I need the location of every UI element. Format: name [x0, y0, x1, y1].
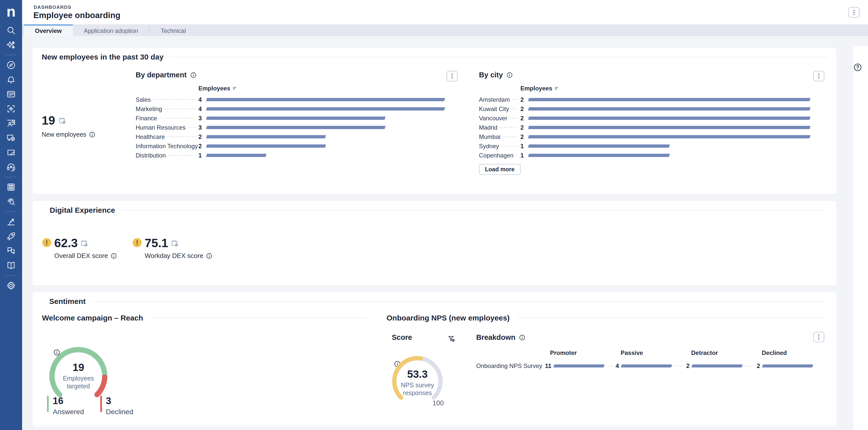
book-icon[interactable]	[5, 260, 17, 271]
dotted-leader	[510, 118, 518, 119]
legend-value: 16	[53, 396, 84, 406]
dashboard-menu-button[interactable]	[848, 7, 860, 18]
category-label: Marketing	[135, 105, 162, 113]
onboarding-nps-title: Onboarding NPS (new employees)	[386, 314, 509, 322]
robot-arm-icon[interactable]	[5, 216, 17, 227]
breakdown-column-header: Detractor	[686, 349, 757, 357]
dotted-leader	[516, 155, 518, 156]
question-circle-icon[interactable]	[854, 63, 862, 71]
dotted-leader	[604, 366, 613, 366]
rocket-icon[interactable]	[5, 231, 17, 242]
warning-badge-icon: !	[42, 238, 51, 247]
chart-row: Marketing4	[135, 104, 458, 114]
bar-value: 3	[198, 115, 207, 122]
bar-track	[529, 135, 810, 139]
tab-overview[interactable]: Overview	[24, 24, 73, 36]
info-icon[interactable]	[190, 72, 197, 79]
sidebar-divider	[5, 177, 17, 177]
chart-row: Sales4	[135, 95, 458, 104]
section-digital-experience: Digital Experience ! 62.3 Overall DEX sc…	[33, 201, 836, 285]
presenter-icon[interactable]	[5, 118, 17, 129]
tab-technical[interactable]: Technical	[150, 24, 197, 36]
sparkles-icon[interactable]	[5, 39, 17, 51]
reach-legend: 16 Answered 3 Declined	[47, 396, 133, 416]
scan-sparkle-icon[interactable]	[5, 103, 17, 115]
category-label: Kuwait City	[479, 105, 509, 113]
legend-answered: 16 Answered	[47, 396, 84, 416]
bar-value: 2	[198, 133, 207, 141]
dotted-leader	[168, 155, 196, 156]
bar	[528, 117, 810, 120]
card-pen-icon[interactable]	[5, 147, 17, 158]
bar	[528, 154, 670, 157]
bar	[206, 107, 445, 111]
breadcrumb[interactable]: DASHBOARDS	[34, 4, 71, 10]
breakdown-column-header: Passive	[616, 349, 686, 357]
bell-icon[interactable]	[5, 74, 17, 85]
bar-track	[529, 126, 810, 129]
load-more-button[interactable]: Load more	[479, 164, 521, 175]
dashboard-icon[interactable]	[5, 88, 17, 100]
sidebar: n	[0, 0, 22, 430]
bar-track	[207, 98, 445, 101]
chart-row: Madrid2	[479, 123, 824, 132]
warning-badge-icon: !	[133, 238, 142, 247]
info-icon[interactable]	[506, 72, 513, 79]
bar	[206, 154, 267, 157]
breakdown-row: Onboarding NPS Survey11422	[476, 362, 827, 370]
chart-menu-button[interactable]	[446, 71, 458, 81]
legend-declined: 3 Declined	[100, 396, 133, 416]
info-icon[interactable]	[89, 131, 95, 138]
sidebar-divider	[5, 55, 17, 55]
gear-icon[interactable]	[5, 280, 17, 291]
donut-center-value: 19	[58, 362, 98, 373]
bar	[762, 364, 813, 367]
breakdown-column-headers: PromoterPassiveDetractorDeclined	[476, 349, 827, 357]
bar-track	[529, 145, 810, 148]
metric-value: 19	[42, 114, 55, 127]
sort-icon[interactable]	[554, 86, 559, 91]
new-employees-metric: 19 New employees	[42, 114, 95, 138]
section-divider	[516, 318, 827, 318]
breakdown-chart: PromoterPassiveDetractorDeclined Onboard…	[476, 349, 827, 370]
headset-icon[interactable]	[5, 161, 17, 173]
chart-row: Sydney1	[479, 142, 824, 151]
bar	[528, 107, 810, 111]
dashboard-content: New employees in the past 30 day 19 New …	[22, 36, 868, 430]
bar-track	[207, 135, 445, 139]
compass-icon[interactable]	[5, 59, 17, 71]
section-title: New employees in the past 30 day	[42, 53, 163, 61]
chat-icon[interactable]	[5, 245, 17, 257]
bar-value: 1	[198, 152, 207, 159]
bar-value: 2	[520, 96, 529, 103]
filter-clear-icon[interactable]	[447, 335, 455, 342]
category-label: Sydney	[479, 143, 499, 150]
calendar-slash-icon	[80, 239, 88, 247]
device-cube-icon[interactable]	[5, 132, 17, 144]
dotted-leader	[188, 127, 196, 128]
search-icon[interactable]	[5, 25, 17, 36]
info-icon[interactable]	[519, 334, 525, 341]
chart-row: Information Technology2	[135, 142, 458, 151]
calendar-slash-icon	[170, 239, 179, 247]
nexthink-logo[interactable]: n	[6, 0, 16, 23]
tab-application-adoption[interactable]: Application adoption	[73, 24, 149, 36]
dotted-leader	[153, 99, 196, 100]
fingerprint-search-icon[interactable]	[5, 196, 17, 208]
dotted-leader	[513, 99, 518, 100]
category-label: Information Technology	[135, 143, 198, 150]
bar	[206, 117, 385, 120]
breakdown-rows: Onboarding NPS Survey11422	[476, 362, 827, 370]
bar-track	[207, 126, 445, 129]
chart-menu-button[interactable]	[813, 71, 824, 81]
gauge-center-label: NPS survey responses	[396, 381, 439, 397]
workday-dex-metric: ! 75.1 Workday DEX score	[133, 236, 223, 260]
category-label: Vancouver	[479, 115, 507, 122]
info-icon[interactable]	[206, 253, 213, 259]
chart-menu-button[interactable]	[813, 332, 824, 342]
sort-icon[interactable]	[232, 86, 237, 91]
bar-value: 4	[198, 96, 207, 103]
donut-center-label: Employees targeted	[58, 374, 98, 390]
info-icon[interactable]	[111, 253, 117, 259]
apps-grid-icon[interactable]	[5, 181, 17, 193]
